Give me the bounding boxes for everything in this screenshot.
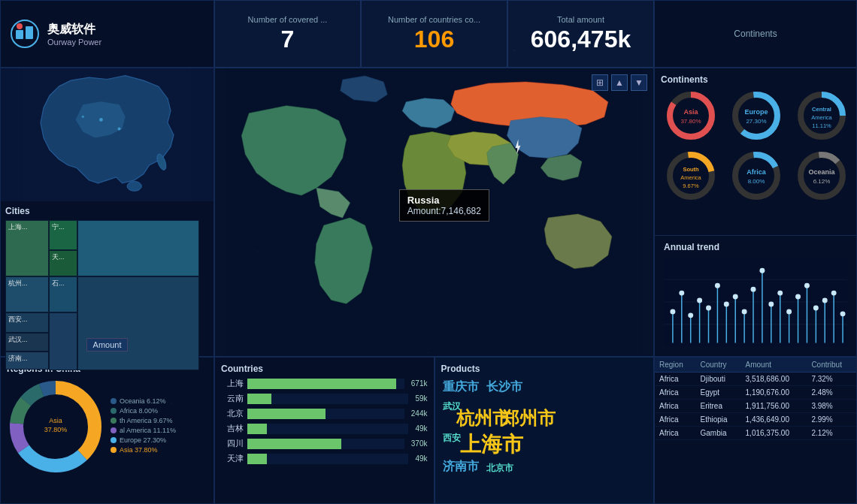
bar-bg xyxy=(247,394,408,404)
bar-value: 671k xyxy=(411,379,428,388)
svg-text:Oceania: Oceania xyxy=(809,168,836,176)
svg-text:America: America xyxy=(812,114,833,121)
bottom-middle-panel: Countries 上海 671k 云南 59k 北京 xyxy=(214,357,654,504)
bar-bg xyxy=(247,379,404,389)
table-view-button[interactable]: ⊞ xyxy=(592,74,608,91)
treemap-cell-shi[interactable]: 石... xyxy=(49,276,77,312)
cities-title: Cities xyxy=(5,206,209,216)
table-cell-pct: 2.99% xyxy=(807,413,856,427)
bottom-left-panel: Regions in China Asia 37.80% xyxy=(0,357,214,504)
table-cell-amount: 1,436,649.00 xyxy=(741,413,807,427)
bar-fill xyxy=(247,424,267,434)
stat-label-amount: Total amount xyxy=(557,15,604,24)
treemap-cell-wuhan[interactable]: 武汉... xyxy=(5,333,49,352)
data-table: Region Country Amount Contribut AfricaDj… xyxy=(655,358,856,440)
svg-text:37.80%: 37.80% xyxy=(680,118,701,125)
svg-text:9.67%: 9.67% xyxy=(683,183,699,189)
col-region: Region xyxy=(655,358,696,373)
continents-grid: Asia 37.80% Europe 27.30% xyxy=(661,89,852,203)
svg-point-47 xyxy=(688,312,693,318)
logo-main-text: 奥威软件 xyxy=(47,22,101,38)
svg-point-3 xyxy=(17,23,23,29)
continents-title: Continents xyxy=(734,29,777,39)
chart-view-button[interactable]: ▲ xyxy=(611,74,628,91)
word-changsha: 长沙市 xyxy=(486,379,522,395)
bar-row-beijing: 北京 244k xyxy=(221,408,428,419)
donut-asia: Asia 37.80% xyxy=(661,89,720,143)
bar-label: 四川 xyxy=(221,438,244,449)
donut-oceania: Oceania 6.12% xyxy=(792,149,852,203)
table-cell-region: Africa xyxy=(655,373,696,386)
treemap-cell-xian[interactable]: 西安... xyxy=(5,312,49,333)
annual-trend-title: Annual trend xyxy=(664,242,847,252)
word-jinan: 济南市 xyxy=(443,459,479,475)
data-table-panel: Region Country Amount Contribut AfricaDj… xyxy=(654,357,857,504)
svg-point-5 xyxy=(127,181,141,191)
logo-sub-text: Ourway Power xyxy=(47,38,101,47)
table-cell-country: Djibouti xyxy=(696,373,741,386)
table-cell-pct: 2.48% xyxy=(807,386,856,400)
world-map-area: ⊞ ▲ ▼ xyxy=(214,68,654,357)
svg-text:Central: Central xyxy=(812,106,831,113)
cities-section: Cities 上海... 杭州... 西安... 武汉... 济南... 宁..… xyxy=(1,201,213,356)
treemap-cell-ning[interactable]: 宁... xyxy=(49,220,77,250)
bar-value: 370k xyxy=(411,439,428,448)
bar-fill xyxy=(247,454,267,464)
treemap-cell-hangzhou[interactable]: 杭州... xyxy=(5,276,49,312)
table-cell-amount: 1,190,676.00 xyxy=(741,386,807,400)
svg-text:6.12%: 6.12% xyxy=(813,178,831,185)
regions-china-content: Asia 37.80% Oceania 6.12% Africa 8.00% t… xyxy=(7,378,207,475)
bar-value: 59k xyxy=(415,394,427,403)
continents-panel: Continents Asia 37.80% Eu xyxy=(655,68,857,235)
col-amount: Amount xyxy=(741,358,807,373)
treemap-cell-tian[interactable]: 天... xyxy=(49,250,77,276)
svg-rect-2 xyxy=(26,26,33,39)
bar-fill xyxy=(247,394,271,404)
products-cloud: 重庆市 长沙市 武汉 杭州市 郑州市 西安 上海市 济南市 北京市 xyxy=(441,378,648,483)
bar-row-shanghai: 上海 671k xyxy=(221,378,428,389)
donut-europe: Europe 27.30% xyxy=(726,89,786,143)
table-cell-amount: 1,911,756.00 xyxy=(741,400,807,413)
regions-donut-chart: Asia 37.80% xyxy=(7,378,104,475)
svg-text:Europe: Europe xyxy=(744,108,768,116)
products-section: Products 重庆市 长沙市 武汉 杭州市 郑州市 西安 上海市 济南市 北… xyxy=(435,357,655,504)
svg-point-7 xyxy=(99,118,103,122)
svg-point-51 xyxy=(706,305,711,310)
bar-label: 云南 xyxy=(221,393,244,404)
donut-south-america: South America 9.67% xyxy=(661,149,720,203)
svg-text:America: America xyxy=(680,174,701,181)
stat-card-covered: Number of covered ... 7 xyxy=(214,0,361,68)
svg-rect-1 xyxy=(16,30,23,39)
svg-point-73 xyxy=(804,283,810,288)
bar-row-tianjin: 天津 49k xyxy=(221,453,428,464)
svg-point-43 xyxy=(670,309,675,314)
table-cell-amount: 1,016,375.00 xyxy=(741,427,807,440)
bar-row-sichuan: 四川 370k xyxy=(221,438,428,449)
bar-value: 49k xyxy=(415,424,427,433)
svg-text:11.11%: 11.11% xyxy=(813,122,832,129)
legend-oceania: Oceania 6.12% xyxy=(111,397,207,405)
svg-text:8.00%: 8.00% xyxy=(748,178,765,185)
filter-button[interactable]: ▼ xyxy=(631,74,647,91)
table-cell-pct: 2.12% xyxy=(807,427,856,440)
table-cell-pct: 3.98% xyxy=(807,400,856,413)
svg-point-63 xyxy=(759,268,765,273)
stat-card-amount: Total amount 606,475k xyxy=(507,0,654,68)
word-shanghai: 上海市 xyxy=(460,430,523,459)
legend-europe: Europe 27.30% xyxy=(111,436,207,444)
treemap-cell-shanghai[interactable]: 上海... xyxy=(5,220,49,276)
china-map-area xyxy=(1,68,213,201)
countries-section: Countries 上海 671k 云南 59k 北京 xyxy=(214,357,435,504)
word-zhengzhou: 郑州市 xyxy=(501,406,556,430)
table-cell-country: Eritrea xyxy=(696,400,741,413)
svg-point-53 xyxy=(715,283,720,288)
bar-bg xyxy=(247,409,404,419)
bar-label: 吉林 xyxy=(221,423,244,434)
products-title: Products xyxy=(441,364,648,374)
svg-point-8 xyxy=(118,127,121,130)
bar-label: 上海 xyxy=(221,378,244,389)
table-cell-country: Egypt xyxy=(696,386,741,400)
donut-central-america: Central America 11.11% xyxy=(792,89,852,143)
bar-label: 天津 xyxy=(221,453,244,464)
continents-section-title: Continents xyxy=(661,74,852,85)
